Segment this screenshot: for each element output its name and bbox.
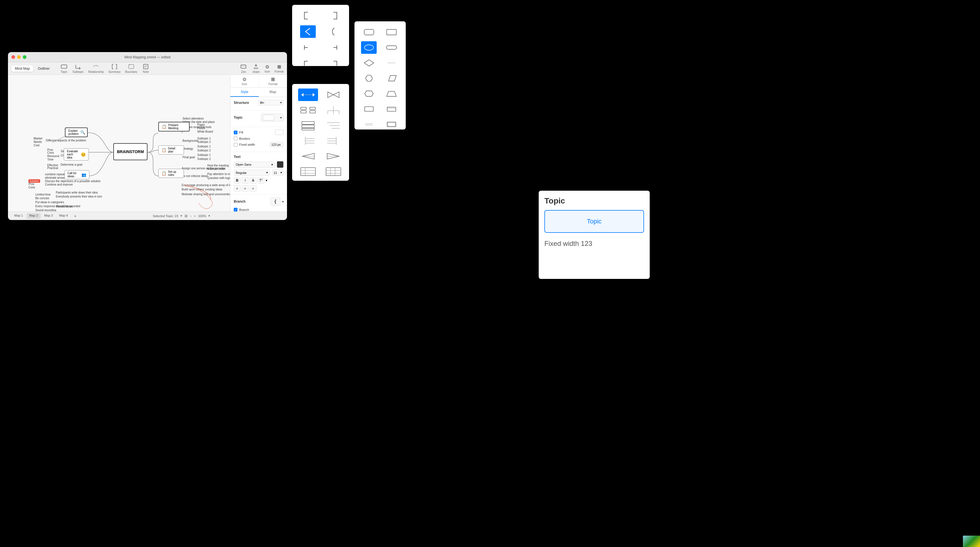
- node-evaluate[interactable]: Evaluate each idea 😊: [64, 148, 89, 161]
- shape-bracket-fork1[interactable]: [300, 41, 316, 54]
- font-select[interactable]: Open Sans ▾: [234, 162, 275, 168]
- transform-button[interactable]: Tᵀ: [258, 177, 264, 184]
- style-tab[interactable]: Style: [230, 87, 259, 97]
- node-setup[interactable]: 📋 Set up rules: [158, 169, 184, 178]
- small-node-categories: Put ideas in categories: [35, 200, 64, 204]
- link-icon: ⛓: [185, 214, 188, 218]
- shapes-panel-right: [355, 21, 406, 129]
- svg-rect-15: [364, 29, 374, 35]
- shape-bracket-la[interactable]: [300, 25, 316, 38]
- shape-rect-corner[interactable]: [383, 118, 399, 130]
- close-button[interactable]: [11, 55, 15, 59]
- svg-point-17: [364, 45, 374, 50]
- weight-row: Regular ▾ 11 ▾: [234, 170, 283, 176]
- toolbar: Mind Map Outliner Topic Subtopic Relat: [8, 62, 287, 75]
- shape-circle[interactable]: [361, 72, 377, 84]
- shape-bracket-curve1[interactable]: [326, 25, 341, 38]
- align-center-button[interactable]: ≡: [242, 185, 248, 192]
- shape-sharp-rect[interactable]: [383, 26, 399, 38]
- branch-right-arrows[interactable]: [323, 150, 344, 162]
- size-select[interactable]: 11 ▾: [272, 170, 283, 176]
- tool-zen[interactable]: Zen: [239, 64, 247, 73]
- shape-bracket-rc[interactable]: [326, 10, 341, 22]
- tab-map4[interactable]: Map 4: [56, 213, 71, 219]
- align-left-button[interactable]: ≡: [234, 185, 240, 192]
- shape-plain-rect[interactable]: [361, 103, 377, 115]
- structure-select[interactable]: ⊟∞ ▾: [258, 100, 283, 105]
- align-right-button[interactable]: ≡: [250, 185, 256, 192]
- shape-diamond[interactable]: [361, 57, 377, 69]
- fill-color-swatch[interactable]: [275, 130, 283, 135]
- format-tab-btn[interactable]: ⊞ Format: [259, 75, 287, 87]
- tab-mindmap[interactable]: Mind Map: [11, 65, 33, 72]
- fill-checkbox[interactable]: ✓: [234, 130, 237, 134]
- shape-oval[interactable]: [361, 41, 377, 54]
- shape-hexagon[interactable]: [361, 87, 377, 100]
- weight-select[interactable]: Regular ▾: [234, 170, 270, 176]
- tab-outliner[interactable]: Outliner: [35, 65, 53, 72]
- branch-bowtie[interactable]: [323, 89, 344, 101]
- bold-button[interactable]: B: [234, 177, 240, 184]
- branch-left-arrows[interactable]: [298, 150, 318, 162]
- tool-topic[interactable]: Topic: [60, 64, 68, 73]
- shape-wide-rect[interactable]: [383, 41, 399, 54]
- topic-icon: [60, 64, 68, 70]
- svg-rect-39: [310, 107, 315, 110]
- branch-icon-box[interactable]: {: [270, 197, 280, 205]
- map-tab[interactable]: Map: [259, 87, 287, 97]
- shape-parallelogram[interactable]: [383, 72, 399, 84]
- mindmap-center[interactable]: BRAINSTORM: [113, 143, 148, 160]
- shape-rounded-rect[interactable]: [361, 26, 377, 38]
- shape-bracket-corner1[interactable]: [300, 57, 316, 70]
- branch-top-stacked[interactable]: [298, 119, 318, 132]
- tool-share[interactable]: share: [252, 64, 260, 73]
- minimize-button[interactable]: [17, 55, 21, 59]
- node-explain[interactable]: Explain problem 🔍: [65, 127, 88, 137]
- italic-button[interactable]: I: [242, 177, 248, 184]
- branch-table-single[interactable]: [298, 165, 318, 178]
- branch-tree-left[interactable]: [298, 135, 318, 147]
- branch-top-connected[interactable]: [323, 104, 344, 116]
- shape-rect-tab[interactable]: [383, 103, 399, 115]
- borders-checkbox[interactable]: [234, 137, 237, 140]
- format-tab[interactable]: ⊞ Format: [274, 64, 283, 73]
- tool-summary[interactable]: Summary: [108, 64, 121, 73]
- node-prepare[interactable]: 📋 Prepare Meeting: [158, 122, 189, 132]
- shape-bracket-lt[interactable]: [300, 10, 316, 22]
- shape-trapezoid[interactable]: [383, 87, 399, 100]
- shape-bracket-fork2[interactable]: [326, 41, 341, 54]
- tab-map1[interactable]: Map 1: [11, 213, 26, 219]
- note-icon: [142, 64, 150, 70]
- node-callideas[interactable]: Call for ideas 👥: [64, 170, 89, 179]
- canvas-area[interactable]: BRAINSTORM 📋 Prepare Meeting 📋 Detail pl…: [8, 75, 230, 211]
- branch-indent[interactable]: [323, 119, 344, 132]
- fixed-width-input[interactable]: [269, 142, 283, 147]
- branch-split-lr[interactable]: [298, 104, 318, 116]
- svg-rect-68: [326, 168, 341, 176]
- maximize-button[interactable]: [23, 55, 27, 59]
- rn-encourage: Encourage producing a wide array of idea…: [181, 184, 230, 187]
- branch-tree-right[interactable]: [323, 135, 344, 147]
- tool-subtopic[interactable]: Subtopic: [73, 64, 84, 73]
- branch-table-double[interactable]: [323, 165, 344, 178]
- tool-note[interactable]: Note: [142, 64, 150, 73]
- strikethrough-button[interactable]: S: [250, 177, 256, 184]
- text-color-swatch[interactable]: [277, 161, 283, 168]
- topic-select[interactable]: ▾: [261, 114, 283, 121]
- branch-double-arrow[interactable]: [298, 89, 318, 101]
- icon-tab-btn[interactable]: ⊙ Icon: [230, 75, 259, 87]
- tab-map2[interactable]: Map 2: [27, 213, 41, 219]
- node-detail[interactable]: 📋 Detail plan: [158, 145, 184, 154]
- summary-icon: [110, 64, 118, 70]
- tool-boundary[interactable]: Boundary: [125, 64, 137, 73]
- zoom-minus[interactable]: −: [190, 214, 192, 218]
- shape-dash[interactable]: [383, 57, 399, 69]
- fixed-width-checkbox[interactable]: [234, 143, 237, 146]
- tool-relationship[interactable]: Relationship: [88, 64, 104, 73]
- add-map-button[interactable]: +: [71, 213, 79, 219]
- tab-map3[interactable]: Map 3: [41, 213, 56, 219]
- shape-bracket-corner2[interactable]: [326, 57, 341, 70]
- border-checkbox[interactable]: ✓: [234, 208, 237, 211]
- icon-tab[interactable]: ⊙ Icon: [264, 64, 270, 73]
- shape-double-line[interactable]: [361, 118, 377, 130]
